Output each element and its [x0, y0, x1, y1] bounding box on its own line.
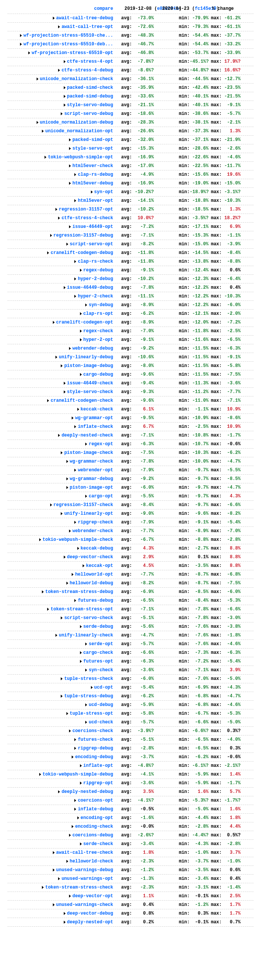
benchmark-link[interactable]: unicode_normalization-check: [8, 76, 113, 82]
expand-icon[interactable]: [74, 799, 76, 802]
benchmark-link[interactable]: inflate-check: [8, 424, 113, 430]
benchmark-link[interactable]: hyper-2-debug: [8, 276, 113, 282]
benchmark-link[interactable]: clap-rs-opt: [8, 311, 113, 317]
expand-icon[interactable]: [69, 530, 71, 533]
expand-icon[interactable]: [64, 921, 66, 924]
expand-icon[interactable]: [55, 634, 57, 637]
expand-icon[interactable]: [64, 103, 66, 107]
expand-icon[interactable]: [66, 486, 68, 489]
benchmark-link[interactable]: issue-46449-check: [8, 380, 113, 386]
expand-icon[interactable]: [74, 277, 76, 280]
expand-icon[interactable]: [64, 555, 66, 558]
benchmark-link[interactable]: regex-opt: [8, 441, 113, 447]
expand-icon[interactable]: [72, 417, 74, 420]
benchmark-link[interactable]: regression-31157-check: [8, 502, 113, 508]
benchmark-link[interactable]: tokio-webpush-simple-opt: [8, 154, 113, 160]
benchmark-link[interactable]: cranelift-codegen-opt: [8, 320, 113, 325]
expand-icon[interactable]: [53, 851, 55, 854]
expand-icon[interactable]: [53, 903, 55, 906]
expand-icon[interactable]: [72, 825, 74, 828]
benchmark-link[interactable]: unify-linearly-debug: [8, 355, 113, 360]
benchmark-link[interactable]: ucd-check: [8, 720, 113, 725]
compare-link[interactable]: compare: [8, 6, 113, 11]
benchmark-link[interactable]: wg-grammar-opt: [8, 415, 113, 421]
expand-icon[interactable]: [64, 382, 66, 385]
benchmark-link[interactable]: script-servo-opt: [8, 242, 113, 247]
expand-icon[interactable]: [72, 756, 74, 759]
benchmark-link[interactable]: keccak-check: [8, 407, 113, 412]
benchmark-link[interactable]: syn-opt: [8, 189, 113, 195]
benchmark-link[interactable]: futures-debug: [8, 598, 113, 603]
expand-icon[interactable]: [47, 251, 49, 255]
benchmark-link[interactable]: encoding-check: [8, 824, 113, 829]
expand-icon[interactable]: [58, 69, 60, 72]
benchmark-link[interactable]: token-stream-stress-check: [8, 885, 113, 890]
expand-icon[interactable]: [53, 869, 55, 872]
benchmark-link[interactable]: cargo-check: [8, 650, 113, 655]
benchmark-link[interactable]: tokio-webpush-simple-check: [8, 537, 113, 542]
benchmark-link[interactable]: helloworld-debug: [8, 581, 113, 586]
benchmark-link[interactable]: cranelift-codegen-check: [8, 398, 113, 403]
benchmark-link[interactable]: ripgrep-check: [8, 520, 113, 525]
expand-icon[interactable]: [50, 234, 52, 237]
expand-icon[interactable]: [69, 894, 71, 897]
expand-icon[interactable]: [80, 373, 82, 376]
expand-icon[interactable]: [80, 338, 82, 341]
expand-icon[interactable]: [78, 816, 79, 819]
expand-icon[interactable]: [64, 86, 66, 89]
benchmark-link[interactable]: deeply-nested-check: [8, 433, 113, 438]
benchmark-link[interactable]: clap-rs-check: [8, 259, 113, 264]
expand-icon[interactable]: [74, 808, 76, 811]
benchmark-link[interactable]: webrender-opt: [8, 468, 113, 473]
expand-icon[interactable]: [85, 304, 87, 307]
expand-icon[interactable]: [61, 112, 63, 115]
expand-icon[interactable]: [69, 164, 71, 167]
expand-icon[interactable]: [64, 60, 66, 63]
expand-icon[interactable]: [69, 147, 71, 150]
expand-icon[interactable]: [28, 51, 30, 54]
expand-icon[interactable]: [69, 834, 71, 837]
benchmark-link[interactable]: ctfe-stress-4-check: [8, 215, 113, 221]
benchmark-link[interactable]: ripgrep-opt: [8, 780, 113, 786]
expand-icon[interactable]: [36, 121, 38, 124]
benchmark-link[interactable]: syn-debug: [8, 302, 113, 308]
expand-icon[interactable]: [55, 356, 57, 359]
expand-icon[interactable]: [85, 703, 87, 706]
expand-icon[interactable]: [80, 842, 82, 845]
benchmark-link[interactable]: encoding-debug: [8, 754, 113, 760]
benchmark-link[interactable]: packed-simd-debug: [8, 94, 113, 99]
benchmark-link[interactable]: html5ever-opt: [8, 198, 113, 203]
benchmark-link[interactable]: unify-linearly-opt: [8, 511, 113, 516]
expand-icon[interactable]: [44, 156, 46, 159]
benchmark-link[interactable]: futures-check: [8, 737, 113, 742]
expand-icon[interactable]: [74, 425, 76, 428]
expand-icon[interactable]: [85, 442, 87, 445]
benchmark-link[interactable]: coercions-opt: [8, 798, 113, 803]
benchmark-link[interactable]: issue-46449-debug: [8, 285, 113, 290]
benchmark-link[interactable]: regex-check: [8, 328, 113, 334]
benchmark-link[interactable]: deeply-nested-opt: [8, 920, 113, 925]
benchmark-link[interactable]: serde-opt: [8, 641, 113, 647]
benchmark-link[interactable]: style-servo-opt: [8, 146, 113, 151]
benchmark-link[interactable]: tuple-stress-check: [8, 676, 113, 681]
expand-icon[interactable]: [42, 590, 44, 593]
expand-icon[interactable]: [72, 573, 74, 576]
benchmark-link[interactable]: wf-projection-stress-65510-deb...: [8, 41, 113, 47]
benchmark-link[interactable]: helloworld-opt: [8, 572, 113, 577]
benchmark-link[interactable]: cargo-opt: [8, 493, 113, 499]
expand-icon[interactable]: [53, 321, 55, 324]
benchmark-link[interactable]: script-servo-check: [8, 615, 113, 620]
expand-icon[interactable]: [58, 434, 60, 437]
benchmark-link[interactable]: ripgrep-debug: [8, 746, 113, 751]
benchmark-link[interactable]: coercions-check: [8, 728, 113, 733]
benchmark-link[interactable]: regression-31157-debug: [8, 233, 113, 238]
benchmark-link[interactable]: await-call-tree-check: [8, 850, 113, 855]
benchmark-link[interactable]: webrender-check: [8, 528, 113, 534]
expand-icon[interactable]: [85, 643, 87, 646]
benchmark-link[interactable]: coercions-debug: [8, 833, 113, 838]
expand-icon[interactable]: [42, 130, 44, 133]
benchmark-link[interactable]: style-servo-check: [8, 389, 113, 395]
expand-icon[interactable]: [69, 182, 71, 185]
expand-icon[interactable]: [47, 608, 49, 611]
expand-icon[interactable]: [85, 668, 87, 671]
